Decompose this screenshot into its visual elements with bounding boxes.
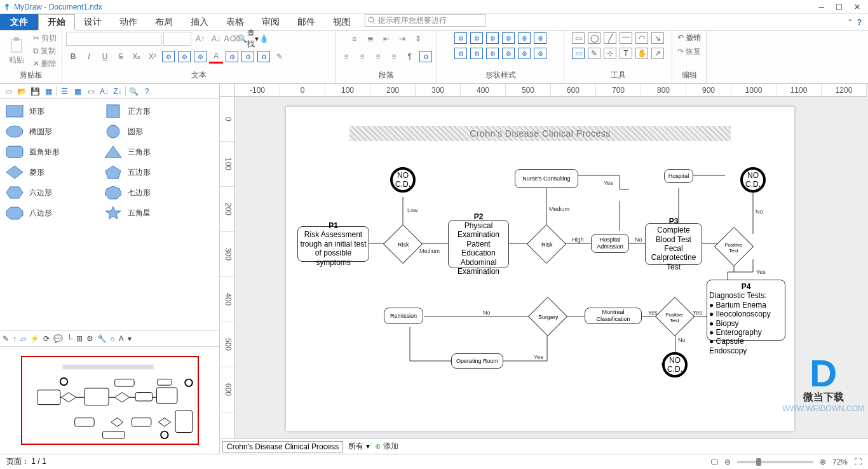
font-size-combo[interactable] [163,32,191,46]
grow-font-icon[interactable]: A↑ [193,32,207,46]
text-style-1[interactable]: ⚙ [162,51,175,62]
shape-ellipse[interactable]: 椭圆形 [5,125,104,139]
et-drop-icon[interactable]: ▾ [128,334,132,343]
close-button[interactable]: ✕ [854,3,860,11]
view-normal-icon[interactable]: 🖵 [710,458,718,466]
indent-inc-icon[interactable]: ⇥ [395,32,409,46]
canvas[interactable]: Crohn's Disease Clinical Process [235,97,868,438]
strike-icon[interactable]: S̶ [114,50,128,64]
tool-hand[interactable]: ✋ [635,48,648,59]
et-speak-icon[interactable]: 💬 [53,334,63,343]
node-p3[interactable]: P3Complete Blood Test Fecal Calprotectin… [645,223,702,265]
highlight-icon[interactable]: ✎ [273,50,287,64]
et-text-icon[interactable]: A [119,334,124,343]
et-refresh-icon[interactable]: ⟳ [43,334,50,343]
justify-icon[interactable]: ≡ [387,50,401,64]
sheet-all[interactable]: 所有 ▾ [348,441,369,452]
indent-dec-icon[interactable]: ⇤ [379,32,393,46]
shrink-font-icon[interactable]: A↓ [209,32,223,46]
underline-icon[interactable]: U [98,50,112,64]
lp-sort-za-icon[interactable]: Z↓ [112,86,123,97]
shape-heptagon[interactable]: 七边形 [104,186,202,200]
shape-circle[interactable]: 圆形 [104,125,202,139]
ss-1[interactable]: ⚙ [454,32,467,44]
et-shape-icon[interactable]: ▱ [20,334,26,343]
lp-lib-icon[interactable]: ▦ [43,86,54,97]
tab-insert[interactable]: 插入 [182,14,217,30]
bullets-icon[interactable]: ≡ [348,32,362,46]
node-nocd-2[interactable]: NO C.D. [740,167,766,193]
ss-6[interactable]: ⚙ [534,32,546,44]
node-nurse[interactable]: Nurse's Consulting [515,169,578,188]
text-style-6[interactable]: ⚙ [257,51,270,62]
zoom-slider[interactable] [737,461,813,463]
node-ptest-2[interactable]: Positive Test [655,297,695,336]
shape-roundrect[interactable]: 圆角矩形 [5,145,104,159]
lp-detail-icon[interactable]: ▭ [85,86,97,97]
node-remission[interactable]: Remission [384,308,423,324]
tool-arrow[interactable]: ↗ [651,48,664,59]
node-risk-2[interactable]: Risk [527,224,566,264]
tool-rect[interactable]: ▭ [572,32,585,44]
node-oproom[interactable]: Operating Room [451,353,503,369]
ss-5[interactable]: ⚙ [518,32,531,44]
et-flash-icon[interactable]: ⚡ [30,334,39,343]
line-spacing-icon[interactable]: ⇕ [411,32,425,46]
italic-icon[interactable]: I [82,50,96,64]
ss-11[interactable]: ⚙ [518,48,531,59]
redo-button[interactable]: ↷ 恢复 [676,46,702,57]
lp-list-icon[interactable]: ☰ [58,86,70,97]
tab-home[interactable]: 开始 [38,14,75,31]
subscript-icon[interactable]: X₂ [130,50,144,64]
text-style-2[interactable]: ⚙ [178,51,191,62]
et-wrench-icon[interactable]: 🔧 [97,334,107,343]
tool-text[interactable]: T [620,48,632,59]
sheet-add[interactable]: ⊕ 添加 [375,441,398,452]
tool-arc[interactable]: ◠ [635,32,648,44]
shape-star[interactable]: 五角星 [104,206,202,220]
tool-line[interactable]: ╱ [604,32,616,44]
font-color-icon[interactable]: A [209,50,223,64]
superscript-icon[interactable]: X² [146,50,159,64]
tab-layout[interactable]: 布局 [146,14,182,30]
tool-ellipse[interactable]: ◯ [588,32,600,44]
eyedropper-icon[interactable]: 💧 [257,32,271,46]
lp-search-icon[interactable]: 🔍 [128,86,139,97]
lp-save-icon[interactable]: 💾 [29,86,41,97]
bold-icon[interactable]: B [66,50,80,64]
lp-sort-az-icon[interactable]: A↓ [98,86,110,97]
font-family-combo[interactable] [66,32,161,46]
node-nocd-3[interactable]: NO C.D. [662,352,688,377]
find-button[interactable]: 🔍查找▾ [241,32,255,46]
tool-anchor[interactable]: ⊹ [604,48,616,59]
tool-connector[interactable]: ↘ [651,32,664,44]
align-center-icon[interactable]: ≡ [355,50,369,64]
node-montreal[interactable]: Montreal Classification [585,308,642,324]
page-thumbnail[interactable] [21,356,199,445]
node-ptest-1[interactable]: Positive Test [714,227,754,266]
tab-view[interactable]: 视图 [324,14,360,30]
node-risk-1[interactable]: Risk [383,224,423,264]
node-hospital[interactable]: Hospital [664,169,693,183]
ss-9[interactable]: ⚙ [486,48,499,59]
help-icon[interactable]: ? [857,18,862,27]
lp-new-icon[interactable]: ▭ [3,86,14,97]
file-menu[interactable]: 文件 [0,14,38,30]
node-nocd-1[interactable]: NO C.D. [390,167,416,193]
text-style-4[interactable]: ⚙ [226,51,238,62]
numbering-icon[interactable]: ≣ [363,32,377,46]
et-gear-icon[interactable]: ⚙ [86,334,93,343]
cut-button[interactable]: ✂ 剪切 [32,32,58,44]
text-style-5[interactable]: ⚙ [241,51,254,62]
paste-button[interactable]: 粘贴 [4,32,29,70]
tab-action[interactable]: 动作 [111,14,146,30]
lp-open-icon[interactable]: 📂 [16,86,27,97]
ss-2[interactable]: ⚙ [470,32,483,44]
lp-help-icon[interactable]: ? [141,86,153,97]
ss-10[interactable]: ⚙ [502,48,515,59]
node-surgery[interactable]: Surgery [528,297,567,336]
shape-square[interactable]: 正方形 [104,104,202,118]
shape-pentagon[interactable]: 五边形 [104,165,202,179]
copy-button[interactable]: ⧉ 复制 [32,45,58,57]
tab-mail[interactable]: 邮件 [288,14,324,30]
